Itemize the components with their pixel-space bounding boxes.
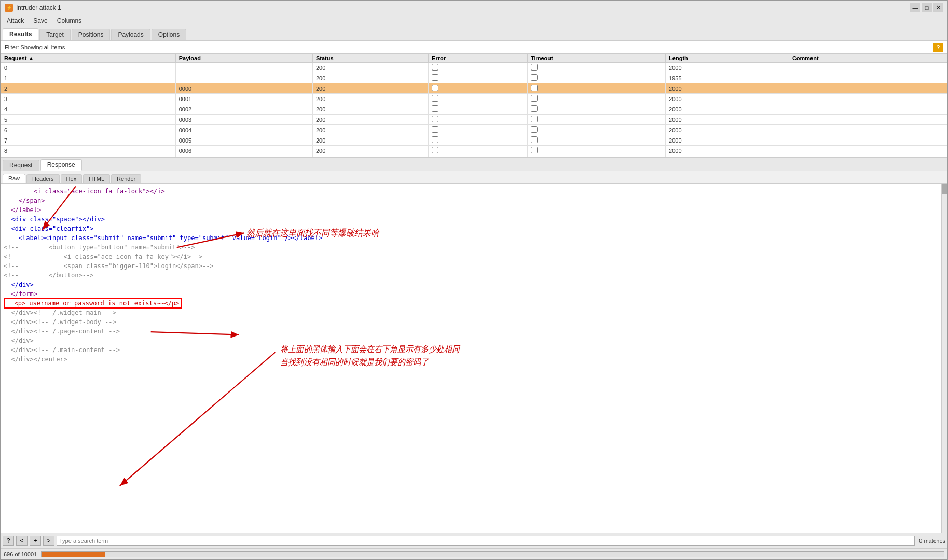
menu-bar: Attack Save Columns: [1, 15, 947, 26]
code-line: <!-- </button>-->: [4, 271, 936, 280]
filter-bar: Filter: Showing all items ?: [1, 41, 947, 53]
timeout-checkbox[interactable]: [531, 116, 538, 122]
timeout-checkbox[interactable]: [531, 95, 538, 102]
table-row[interactable]: 700052002000: [1, 135, 947, 146]
error-checkbox[interactable]: [432, 64, 438, 71]
timeout-checkbox[interactable]: [531, 74, 538, 81]
table-row[interactable]: 500032002000: [1, 115, 947, 125]
sub-tab-headers[interactable]: Headers: [26, 174, 60, 183]
timeout-checkbox[interactable]: [531, 105, 538, 112]
code-line: <!-- <span class="bigger-110">Login</spa…: [4, 261, 936, 271]
table-row[interactable]: 600042002000: [1, 125, 947, 135]
col-request[interactable]: Request ▲: [1, 54, 176, 63]
progress-bar-fill: [42, 552, 105, 557]
col-timeout[interactable]: Timeout: [528, 54, 666, 63]
code-line: </form>: [4, 289, 936, 299]
tab-target[interactable]: Target: [39, 29, 70, 40]
code-line: </div>: [4, 336, 936, 345]
sub-tab-hex[interactable]: Hex: [61, 174, 83, 183]
code-line: </div>: [4, 280, 936, 289]
col-error[interactable]: Error: [429, 54, 528, 63]
error-checkbox[interactable]: [432, 116, 438, 122]
code-line: </span>: [4, 196, 936, 205]
filter-text: Filter: Showing all items: [5, 44, 65, 50]
error-checkbox[interactable]: [432, 126, 438, 133]
code-line: </div><!-- /.widget-body -->: [4, 317, 936, 327]
search-input[interactable]: [57, 536, 915, 546]
col-status[interactable]: Status: [312, 54, 428, 63]
sub-tab-render[interactable]: Render: [111, 174, 141, 183]
tab-results[interactable]: Results: [3, 28, 38, 40]
filter-help-button[interactable]: ?: [933, 43, 943, 52]
main-tab-bar: Results Target Positions Payloads Option…: [1, 26, 947, 41]
app-icon: ⚡: [5, 4, 13, 12]
sub-tab-html[interactable]: HTML: [83, 174, 110, 183]
table-row[interactable]: 400022002000: [1, 104, 947, 115]
status-bar: 696 of 10001: [1, 548, 947, 559]
timeout-checkbox[interactable]: [531, 126, 538, 133]
next-plus-button[interactable]: +: [30, 536, 41, 546]
code-line: <div class="clearfix">: [4, 224, 936, 233]
table-row[interactable]: 200002002000: [1, 83, 947, 94]
scrollbar-thumb[interactable]: [942, 184, 947, 194]
prev-button[interactable]: <: [16, 536, 28, 546]
code-content: <i class="ace-icon fa fa-lock"></i> </sp…: [4, 187, 944, 529]
error-checkbox[interactable]: [432, 95, 438, 102]
bottom-bar: ? < + > 0 matches: [1, 533, 947, 548]
table-row[interactable]: 900072002000: [1, 156, 947, 158]
sub-tab-bar: Raw Headers Hex HTML Render: [1, 171, 947, 184]
error-checkbox[interactable]: [432, 85, 438, 91]
progress-bar-container: [41, 551, 944, 557]
table-row[interactable]: 02002000: [1, 63, 947, 73]
forward-button[interactable]: >: [43, 536, 54, 546]
menu-attack[interactable]: Attack: [3, 16, 28, 25]
table-row[interactable]: 800062002000: [1, 146, 947, 156]
tab-positions[interactable]: Positions: [72, 29, 111, 40]
code-line: <i class="ace-icon fa fa-lock"></i>: [4, 187, 936, 196]
tab-payloads[interactable]: Payloads: [111, 29, 150, 40]
col-comment[interactable]: Comment: [789, 54, 947, 63]
code-line: </div><!-- /.widget-main -->: [4, 308, 936, 317]
code-line: <!-- <button type="button" name="submit"…: [4, 243, 936, 252]
col-length[interactable]: Length: [666, 54, 789, 63]
content-area: <i class="ace-icon fa fa-lock"></i> </sp…: [1, 184, 947, 533]
title-controls: — □ ✕: [910, 3, 943, 12]
code-line: <div class="space"></div>: [4, 215, 936, 224]
right-scrollbar[interactable]: [941, 184, 947, 533]
code-line: </label>: [4, 205, 936, 215]
request-response-tab-bar: Request Response: [1, 158, 947, 171]
timeout-checkbox[interactable]: [531, 147, 538, 153]
help-button[interactable]: ?: [3, 536, 14, 546]
error-checkbox[interactable]: [432, 136, 438, 143]
code-line: <p> username or password is not exists~~…: [4, 299, 936, 308]
menu-save[interactable]: Save: [29, 16, 51, 25]
menu-columns[interactable]: Columns: [53, 16, 86, 25]
code-line: </div><!-- /.main-content -->: [4, 345, 936, 355]
table-row[interactable]: 300012002000: [1, 94, 947, 104]
code-line: <label><input class="submit" name="submi…: [4, 233, 936, 243]
title-bar: ⚡ Intruder attack 1 — □ ✕: [1, 1, 947, 15]
timeout-checkbox[interactable]: [531, 85, 538, 91]
maximize-button[interactable]: □: [922, 3, 932, 12]
tab-options[interactable]: Options: [152, 29, 186, 40]
table-row[interactable]: 12001955: [1, 73, 947, 83]
tab-response[interactable]: Response: [40, 159, 82, 171]
error-checkbox[interactable]: [432, 105, 438, 112]
highlighted-error-text: <p> username or password is not exists~~…: [4, 298, 182, 309]
window-title: Intruder attack 1: [16, 4, 61, 11]
error-checkbox[interactable]: [432, 147, 438, 153]
col-payload[interactable]: Payload: [175, 54, 312, 63]
status-text: 696 of 10001: [4, 551, 37, 557]
results-table: Request ▲ Payload Status Error Timeout L…: [1, 53, 947, 158]
close-button[interactable]: ✕: [933, 3, 943, 12]
timeout-checkbox[interactable]: [531, 136, 538, 143]
timeout-checkbox[interactable]: [531, 64, 538, 71]
tab-request[interactable]: Request: [3, 160, 39, 171]
error-checkbox[interactable]: [432, 74, 438, 81]
title-bar-left: ⚡ Intruder attack 1: [5, 4, 61, 12]
main-window: ⚡ Intruder attack 1 — □ ✕ Attack Save Co…: [0, 0, 948, 560]
sub-tab-raw[interactable]: Raw: [3, 174, 25, 183]
code-line: <!-- <i class="ace-icon fa fa-key"></i>-…: [4, 252, 936, 261]
code-line: </div><!-- /.page-content -->: [4, 327, 936, 336]
minimize-button[interactable]: —: [910, 3, 920, 12]
